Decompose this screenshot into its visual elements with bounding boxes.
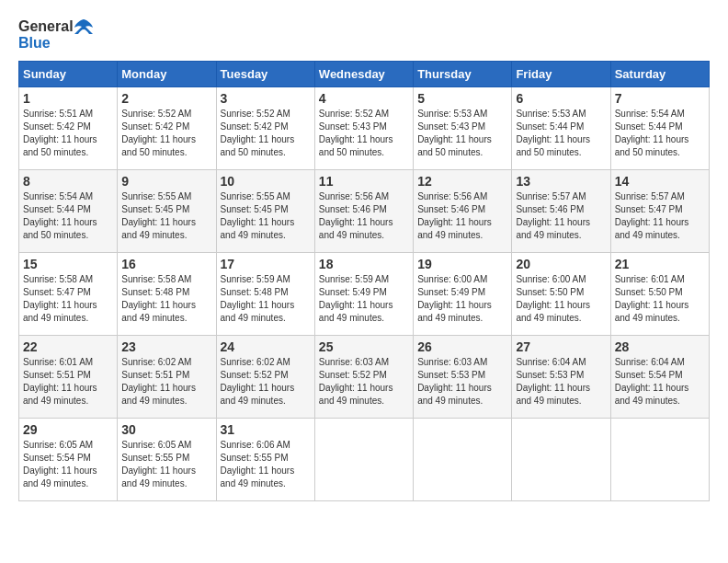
day-number: 21 [615, 257, 705, 271]
day-number: 20 [516, 257, 606, 271]
calendar-cell: 17Sunrise: 5:59 AMSunset: 5:48 PMDayligh… [216, 253, 314, 336]
calendar-cell: 23Sunrise: 6:02 AMSunset: 5:51 PMDayligh… [118, 336, 216, 419]
day-info: Sunrise: 5:59 AMSunset: 5:48 PMDaylight:… [221, 273, 311, 325]
calendar-cell: 12Sunrise: 5:56 AMSunset: 5:46 PMDayligh… [414, 170, 512, 253]
day-number: 30 [121, 422, 211, 437]
day-info: Sunrise: 5:51 AMSunset: 5:42 PMDaylight:… [23, 108, 113, 159]
day-info: Sunrise: 6:01 AMSunset: 5:50 PMDaylight:… [615, 273, 705, 325]
calendar-cell [512, 419, 610, 501]
calendar-cell: 2Sunrise: 5:52 AMSunset: 5:42 PMDaylight… [118, 87, 216, 170]
day-number: 8 [23, 174, 113, 189]
calendar-cell: 4Sunrise: 5:52 AMSunset: 5:43 PMDaylight… [314, 87, 413, 170]
logo-container: General Blue [18, 18, 94, 52]
day-number: 5 [417, 91, 507, 106]
day-number: 4 [319, 91, 409, 106]
calendar-cell: 15Sunrise: 5:58 AMSunset: 5:47 PMDayligh… [19, 253, 118, 336]
calendar-cell: 3Sunrise: 5:52 AMSunset: 5:42 PMDaylight… [216, 87, 314, 170]
calendar-cell: 6Sunrise: 5:53 AMSunset: 5:44 PMDaylight… [512, 87, 610, 170]
day-number: 23 [121, 339, 211, 354]
day-info: Sunrise: 5:55 AMSunset: 5:45 PMDaylight:… [121, 190, 211, 242]
day-info: Sunrise: 6:00 AMSunset: 5:50 PMDaylight:… [516, 273, 606, 325]
day-info: Sunrise: 6:02 AMSunset: 5:52 PMDaylight:… [221, 356, 311, 408]
day-number: 24 [221, 339, 311, 354]
calendar-cell: 13Sunrise: 5:57 AMSunset: 5:46 PMDayligh… [512, 170, 610, 253]
day-number: 26 [417, 339, 507, 354]
day-info: Sunrise: 5:55 AMSunset: 5:45 PMDaylight:… [221, 190, 311, 242]
day-info: Sunrise: 5:54 AMSunset: 5:44 PMDaylight:… [23, 190, 113, 242]
day-number: 28 [615, 339, 705, 354]
day-info: Sunrise: 5:59 AMSunset: 5:49 PMDaylight:… [319, 273, 409, 325]
day-info: Sunrise: 5:53 AMSunset: 5:44 PMDaylight:… [516, 108, 606, 159]
logo-blue-label: Blue [18, 35, 51, 52]
calendar-week-5: 29Sunrise: 6:05 AMSunset: 5:54 PMDayligh… [19, 419, 710, 501]
calendar-cell [414, 419, 512, 501]
calendar-cell: 30Sunrise: 6:05 AMSunset: 5:55 PMDayligh… [118, 419, 216, 501]
day-number: 29 [23, 422, 113, 437]
day-number: 6 [516, 91, 606, 106]
day-number: 22 [23, 339, 113, 354]
day-info: Sunrise: 6:05 AMSunset: 5:55 PMDaylight:… [121, 439, 211, 490]
calendar-cell: 11Sunrise: 5:56 AMSunset: 5:46 PMDayligh… [314, 170, 413, 253]
calendar-cell: 14Sunrise: 5:57 AMSunset: 5:47 PMDayligh… [610, 170, 709, 253]
calendar-cell: 27Sunrise: 6:04 AMSunset: 5:53 PMDayligh… [512, 336, 610, 419]
header-cell-tuesday: Tuesday [216, 62, 314, 87]
day-info: Sunrise: 6:01 AMSunset: 5:51 PMDaylight:… [23, 356, 113, 408]
calendar-cell: 5Sunrise: 5:53 AMSunset: 5:43 PMDaylight… [414, 87, 512, 170]
day-number: 25 [319, 339, 409, 354]
calendar-cell: 31Sunrise: 6:06 AMSunset: 5:55 PMDayligh… [216, 419, 314, 501]
day-number: 13 [516, 174, 606, 189]
calendar-cell: 26Sunrise: 6:03 AMSunset: 5:53 PMDayligh… [414, 336, 512, 419]
day-info: Sunrise: 5:58 AMSunset: 5:48 PMDaylight:… [121, 273, 211, 325]
day-info: Sunrise: 6:04 AMSunset: 5:53 PMDaylight:… [516, 356, 606, 408]
calendar-cell: 7Sunrise: 5:54 AMSunset: 5:44 PMDaylight… [610, 87, 709, 170]
calendar-week-1: 1Sunrise: 5:51 AMSunset: 5:42 PMDaylight… [19, 87, 710, 170]
day-info: Sunrise: 6:02 AMSunset: 5:51 PMDaylight:… [121, 356, 211, 408]
calendar-cell: 9Sunrise: 5:55 AMSunset: 5:45 PMDaylight… [118, 170, 216, 253]
calendar-cell [610, 419, 709, 501]
day-info: Sunrise: 6:03 AMSunset: 5:53 PMDaylight:… [417, 356, 507, 408]
calendar-cell: 21Sunrise: 6:01 AMSunset: 5:50 PMDayligh… [610, 253, 709, 336]
logo: General Blue [18, 18, 94, 52]
day-number: 17 [221, 257, 311, 271]
calendar-week-3: 15Sunrise: 5:58 AMSunset: 5:47 PMDayligh… [19, 253, 710, 336]
day-number: 14 [615, 174, 705, 189]
day-number: 11 [319, 174, 409, 189]
calendar-cell: 1Sunrise: 5:51 AMSunset: 5:42 PMDaylight… [19, 87, 118, 170]
header-cell-monday: Monday [118, 62, 216, 87]
logo-text-block: General Blue [18, 18, 94, 52]
calendar-cell [314, 419, 413, 501]
logo-bird-icon [74, 18, 94, 35]
day-info: Sunrise: 5:52 AMSunset: 5:42 PMDaylight:… [121, 108, 211, 159]
day-info: Sunrise: 5:56 AMSunset: 5:46 PMDaylight:… [417, 190, 507, 242]
calendar-body: 1Sunrise: 5:51 AMSunset: 5:42 PMDaylight… [19, 87, 710, 501]
day-number: 18 [319, 257, 409, 271]
calendar-week-2: 8Sunrise: 5:54 AMSunset: 5:44 PMDaylight… [19, 170, 710, 253]
calendar-cell: 24Sunrise: 6:02 AMSunset: 5:52 PMDayligh… [216, 336, 314, 419]
day-number: 3 [221, 91, 311, 106]
calendar-cell: 28Sunrise: 6:04 AMSunset: 5:54 PMDayligh… [610, 336, 709, 419]
calendar-cell: 10Sunrise: 5:55 AMSunset: 5:45 PMDayligh… [216, 170, 314, 253]
header-row: SundayMondayTuesdayWednesdayThursdayFrid… [19, 62, 710, 87]
day-info: Sunrise: 5:52 AMSunset: 5:42 PMDaylight:… [221, 108, 311, 159]
calendar-table: SundayMondayTuesdayWednesdayThursdayFrid… [18, 61, 710, 501]
day-number: 12 [417, 174, 507, 189]
day-info: Sunrise: 6:03 AMSunset: 5:52 PMDaylight:… [319, 356, 409, 408]
day-number: 10 [221, 174, 311, 189]
header: General Blue [18, 18, 710, 52]
day-info: Sunrise: 6:00 AMSunset: 5:49 PMDaylight:… [417, 273, 507, 325]
calendar-cell: 20Sunrise: 6:00 AMSunset: 5:50 PMDayligh… [512, 253, 610, 336]
day-info: Sunrise: 6:06 AMSunset: 5:55 PMDaylight:… [221, 439, 311, 490]
calendar-week-4: 22Sunrise: 6:01 AMSunset: 5:51 PMDayligh… [19, 336, 710, 419]
calendar-cell: 16Sunrise: 5:58 AMSunset: 5:48 PMDayligh… [118, 253, 216, 336]
day-info: Sunrise: 5:52 AMSunset: 5:43 PMDaylight:… [319, 108, 409, 159]
header-cell-saturday: Saturday [610, 62, 709, 87]
day-info: Sunrise: 5:53 AMSunset: 5:43 PMDaylight:… [417, 108, 507, 159]
day-number: 9 [121, 174, 211, 189]
calendar-cell: 25Sunrise: 6:03 AMSunset: 5:52 PMDayligh… [314, 336, 413, 419]
day-info: Sunrise: 5:57 AMSunset: 5:47 PMDaylight:… [615, 190, 705, 242]
day-number: 1 [23, 91, 113, 106]
calendar-cell: 8Sunrise: 5:54 AMSunset: 5:44 PMDaylight… [19, 170, 118, 253]
calendar-cell: 29Sunrise: 6:05 AMSunset: 5:54 PMDayligh… [19, 419, 118, 501]
calendar-cell: 22Sunrise: 6:01 AMSunset: 5:51 PMDayligh… [19, 336, 118, 419]
day-number: 27 [516, 339, 606, 354]
